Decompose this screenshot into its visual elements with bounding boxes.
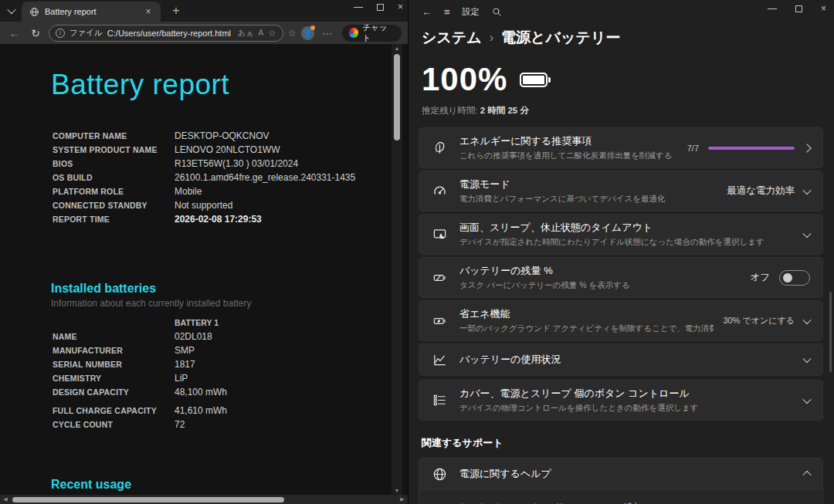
vertical-scroll-thumb[interactable] xyxy=(394,54,400,140)
card-energy-recommendations[interactable]: エネルギーに関する推奨事項 これらの推奨事項を適用して二酸化炭素排出量を削減する… xyxy=(419,127,823,168)
table-row: SYSTEM PRODUCT NAMELENOVO 20NLCTO1WW xyxy=(53,143,355,157)
help-link-battery-icon-taskbar[interactable]: タスク バーへのバッテリー アイコンの追加 xyxy=(458,501,642,504)
table-row: PLATFORM ROLEMobile xyxy=(53,184,355,198)
settings-app-label: 設定 xyxy=(463,6,480,18)
chevron-down-icon[interactable] xyxy=(802,185,811,194)
card-battery-usage[interactable]: バッテリーの使用状況 xyxy=(419,343,823,376)
table-row: OS BUILD26100.1.amd64fre.ge_release.2403… xyxy=(53,171,355,184)
scroll-right-icon[interactable]: ▶ xyxy=(397,496,408,502)
favorite-star-icon[interactable]: ☆ xyxy=(268,28,276,39)
line-chart-icon xyxy=(432,352,447,367)
url-text[interactable]: C:/Users/user/battery-report.html xyxy=(107,29,233,38)
help-expanded-panel: タスク バーへのバッテリー アイコンの追加 xyxy=(419,490,823,504)
settings-minimize-button[interactable]: — xyxy=(768,3,777,14)
copilot-label: チャット xyxy=(362,22,395,44)
settings-back-icon[interactable]: ← xyxy=(422,6,432,18)
copilot-chat-button[interactable]: チャット xyxy=(342,25,402,42)
more-menu-icon[interactable]: ⋯ xyxy=(319,27,335,39)
settings-titlebar: ← ≡ 設定 — × xyxy=(408,0,834,23)
installed-batteries-section: Installed batteries Information about ea… xyxy=(51,282,251,309)
installed-batteries-heading: Installed batteries xyxy=(51,282,251,296)
card-title: バッテリーの残量 % xyxy=(459,264,741,278)
settings-maximize-button[interactable] xyxy=(795,5,802,12)
hamburger-menu-icon[interactable]: ≡ xyxy=(444,6,450,18)
card-power-help[interactable]: 電源に関するヘルプ xyxy=(419,458,823,490)
battery-percentage-toggle[interactable] xyxy=(779,270,810,286)
new-tab-button[interactable]: + xyxy=(167,2,185,20)
card-battery-percentage[interactable]: バッテリーの残量 % タスク バーにバッテリーの残量 % を表示する オフ xyxy=(419,257,823,298)
battery-table: BATTERY 1 NAME02DL018 MANUFACTURERSMP SE… xyxy=(53,316,227,431)
copilot-icon xyxy=(349,28,359,38)
toggle-state-label: オフ xyxy=(750,271,770,284)
card-subtitle: タスク バーにバッテリーの残量 % を表示する xyxy=(459,280,741,291)
scroll-down-icon[interactable]: ▼ xyxy=(392,488,402,493)
recent-usage-heading: Recent usage xyxy=(51,478,131,492)
page-info-icon[interactable]: i xyxy=(56,29,65,38)
card-power-mode[interactable]: 電源モード 電力消費とパフォーマンスに基づいてデバイスを最適化 最適な電力効率 xyxy=(419,171,823,211)
browser-minimize-button[interactable]: — xyxy=(354,2,363,12)
recommendations-progress-bar xyxy=(708,147,795,150)
recommendations-count: 7/7 xyxy=(687,144,699,153)
settings-close-button[interactable]: × xyxy=(821,3,826,14)
energy-saver-value: 30% でオンにする xyxy=(723,315,795,326)
battery-report-page: Battery report COMPUTER NAMEDESKTOP-OQKC… xyxy=(0,44,408,495)
table-row: CONNECTED STANDBYNot supported xyxy=(53,198,355,212)
address-bar[interactable]: i ファイル C:/Users/user/battery-report.html… xyxy=(49,25,283,42)
card-title: エネルギーに関する推奨事項 xyxy=(459,134,678,148)
installed-batteries-subtitle: Information about each currently install… xyxy=(51,298,251,309)
chevron-down-icon[interactable] xyxy=(802,315,811,323)
controls-list-icon xyxy=(432,393,447,408)
profile-avatar[interactable]: 👤 xyxy=(301,26,315,40)
card-lid-power-sleep-buttons[interactable]: カバー、電源とスリープ 個のボタン コントロール デバイスの物理コントロールを操… xyxy=(419,380,823,421)
browser-tab-battery-report[interactable]: Battery report × xyxy=(22,2,161,22)
chevron-right-icon[interactable] xyxy=(802,144,811,152)
settings-scrollbar-thumb[interactable] xyxy=(829,292,832,372)
chevron-down-icon[interactable] xyxy=(802,354,811,363)
related-support-heading: 関連するサポート xyxy=(408,436,834,450)
battery-leaf-icon xyxy=(432,313,447,329)
settings-window: ← ≡ 設定 — × システム › 電源とバッテリー 100% 推定残り時間: … xyxy=(408,0,834,504)
chevron-up-icon[interactable] xyxy=(802,471,811,479)
breadcrumb-system[interactable]: システム xyxy=(422,28,482,48)
read-aloud-icon[interactable]: あぁ xyxy=(238,28,253,39)
speedometer-icon xyxy=(432,184,447,199)
table-row: DESIGN CAPACITY48,100 mWh xyxy=(53,385,227,399)
back-icon[interactable]: ← xyxy=(6,27,22,39)
vertical-scrollbar[interactable]: ▲ ▼ xyxy=(392,44,402,495)
card-title: バッテリーの使用状況 xyxy=(459,353,795,367)
browser-tab-strip: Battery report × + — × xyxy=(0,0,408,22)
scroll-up-icon[interactable]: ▲ xyxy=(392,46,402,51)
browser-maximize-button[interactable] xyxy=(377,4,384,11)
horizontal-scroll-thumb[interactable] xyxy=(12,497,284,502)
table-row: CYCLE COUNT72 xyxy=(53,418,227,431)
browser-close-button[interactable]: × xyxy=(398,2,403,12)
battery-percent: 100% xyxy=(422,61,507,98)
card-screen-sleep-timeouts[interactable]: 画面、スリープ、休止状態のタイムアウト デバイスが指定された時間にわたりアイドル… xyxy=(419,214,823,255)
url-scheme-label: ファイル xyxy=(70,28,103,39)
table-row: REPORT TIME2026-02-08 17:29:53 xyxy=(53,212,355,226)
table-row: NAME02DL018 xyxy=(53,330,227,343)
refresh-icon[interactable]: ↻ xyxy=(27,27,43,39)
battery-status: 100% xyxy=(408,61,834,98)
battery-column-header: BATTERY 1 xyxy=(175,316,227,330)
card-energy-saver[interactable]: 省エネ機能 一部のバックグラウンド アクティビティを制限することで、電力消費を削… xyxy=(419,300,823,341)
scroll-left-icon[interactable]: ◀ xyxy=(0,496,11,502)
card-title: 画面、スリープ、休止状態のタイムアウト xyxy=(459,221,795,235)
favorites-bar-icon[interactable]: ☆ xyxy=(288,28,297,39)
search-icon[interactable] xyxy=(492,7,502,17)
card-subtitle: これらの推奨事項を適用して二酸化炭素排出量を削減する xyxy=(459,151,678,161)
card-title: 電源に関するヘルプ xyxy=(459,467,795,481)
tab-search-chevron-icon[interactable] xyxy=(3,3,20,19)
table-row: CHEMISTRYLiP xyxy=(53,371,227,385)
card-subtitle: 電力消費とパフォーマンスに基づいてデバイスを最適化 xyxy=(459,194,717,205)
tab-close-icon[interactable]: × xyxy=(142,5,154,18)
battery-percent-icon xyxy=(432,270,447,286)
display-moon-icon xyxy=(432,227,447,242)
immersive-reader-icon[interactable]: A xyxy=(258,29,263,37)
chevron-down-icon[interactable] xyxy=(802,228,811,237)
power-mode-value: 最適な電力効率 xyxy=(727,184,795,198)
breadcrumb: システム › 電源とバッテリー xyxy=(408,28,834,48)
horizontal-scrollbar[interactable]: ◀ ▶ xyxy=(0,495,408,504)
chevron-down-icon[interactable] xyxy=(802,394,811,403)
leaf-icon xyxy=(432,140,447,156)
